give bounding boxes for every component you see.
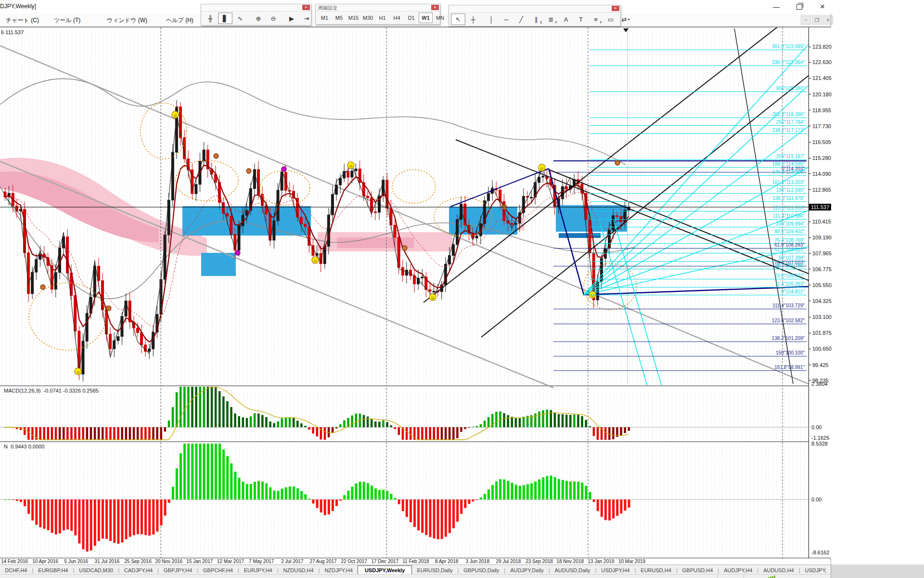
fib-level-line[interactable] xyxy=(553,370,807,371)
fib-level-line[interactable] xyxy=(553,309,807,309)
fib-level-line[interactable] xyxy=(590,295,807,295)
date-tick-label: 27 Aug 2017 xyxy=(309,559,336,564)
price-tick: 112.865 xyxy=(812,187,831,193)
chart-tab-cadjpy-h4[interactable]: CADJPY,H4 xyxy=(119,566,157,575)
fib-level-line[interactable] xyxy=(590,279,807,279)
chart-tab-usdjpy-h4[interactable]: USDJPY,H4 xyxy=(596,566,634,575)
fib-level-line[interactable] xyxy=(590,133,807,134)
chart-tab-usdjpy-weekly[interactable]: USDJPY,Weekly xyxy=(358,565,412,575)
chart-tab-eurgbp-h4[interactable]: EURGBP,H4 xyxy=(33,566,73,575)
chart-tab-audusd-h4[interactable]: AUDUSD,H4 xyxy=(758,566,799,575)
text-label-button[interactable]: T xyxy=(574,13,588,25)
chart-tab-audjpy-h4[interactable]: AUDJPY,H4 xyxy=(719,566,757,575)
period-button-mn[interactable]: MN xyxy=(433,13,447,23)
fib-level-line[interactable] xyxy=(590,219,807,220)
period-toolbar-close-icon[interactable]: × xyxy=(431,5,439,10)
chart-minimize-icon[interactable]: – xyxy=(801,15,811,25)
fib-level-line[interactable] xyxy=(590,227,807,227)
macd-pane-divider[interactable] xyxy=(0,385,831,386)
chart-area: ☺☺☺☺☺☺☺ 361.8"123.589"338.2"122.364"300"… xyxy=(0,27,831,558)
fib-level-line[interactable] xyxy=(553,356,807,356)
chart-tab-usdcad-m30[interactable]: USDCAD,M30 xyxy=(74,566,118,575)
chart-tab-gbpusd-h4[interactable]: GBPUSD,H4 xyxy=(678,566,718,575)
close-icon[interactable]: × xyxy=(817,2,828,12)
chart-tab-gbpchf-h4[interactable]: GBPCHF,H4 xyxy=(198,566,238,575)
fib-level-line[interactable] xyxy=(590,201,807,202)
crosshair-button[interactable]: ┼ xyxy=(466,13,480,25)
arrows-button[interactable]: ⇄▾ xyxy=(618,13,633,25)
fibonacci-retracement-button[interactable]: ≣F xyxy=(544,13,558,25)
chart-toolbar-close-icon[interactable]: × xyxy=(302,5,310,10)
period-button-m1[interactable]: M1 xyxy=(318,13,332,23)
fib-level-label: 250"117.784" xyxy=(747,119,805,125)
zoom-out-button[interactable]: ⊖ xyxy=(266,13,281,24)
fib-level-line[interactable] xyxy=(590,159,807,160)
menu-tools[interactable]: ツール (T) xyxy=(54,16,80,25)
menu-window[interactable]: ウィンドウ (W) xyxy=(107,16,147,25)
fib-level-line[interactable] xyxy=(590,253,807,253)
equidistant-channel-button[interactable]: ∥E xyxy=(529,13,543,25)
zoom-in-button[interactable]: ⊕ xyxy=(251,13,266,24)
vertical-dashed-lines[interactable] xyxy=(161,27,783,558)
chart-tab-audjpy-daily[interactable]: AUDJPY,Daily xyxy=(505,566,549,575)
period-button-h4[interactable]: H4 xyxy=(390,13,404,23)
price-tick: 116.505 xyxy=(812,139,831,145)
candlestick-chart-button[interactable]: ▋ xyxy=(218,13,232,24)
bar-chart-button[interactable]: ╫ xyxy=(203,13,218,24)
trendline-button[interactable]: ╱ xyxy=(514,13,528,25)
draw-toolbar-close-icon[interactable]: × xyxy=(612,6,619,11)
chart-tab-gbpjpy-h4[interactable]: GBPJPY,H4 xyxy=(159,566,197,575)
restore-icon[interactable] xyxy=(794,2,805,12)
chart-shift-button[interactable]: ⇥ xyxy=(299,13,314,24)
period-button-m30[interactable]: M30 xyxy=(361,13,375,23)
fib-level-line[interactable] xyxy=(553,324,807,324)
chart-close-icon[interactable]: × xyxy=(823,15,833,25)
period-toolbar-handle[interactable]: 周期設定 × xyxy=(316,4,440,12)
chart-tab-audusd-daily[interactable]: AUDUSD,Daily xyxy=(550,566,595,575)
fibonacci-fan-button[interactable]: ≡F xyxy=(589,13,603,25)
chart-tab-nzdjpy-h4[interactable]: NZDJPY,H4 xyxy=(320,566,357,575)
period-button-m15[interactable]: M15 xyxy=(346,13,360,23)
chart-restore-icon[interactable]: ❐ xyxy=(812,15,822,25)
fib-level-line[interactable] xyxy=(590,269,807,269)
period-button-w1[interactable]: W1 xyxy=(419,13,433,23)
horizontal-line-button[interactable]: ─ xyxy=(499,13,513,25)
fib-level-line[interactable] xyxy=(590,185,807,186)
rectangle-button[interactable]: ▭ xyxy=(603,13,618,25)
chart-toolbar-handle[interactable]: × xyxy=(201,4,311,12)
period-button-d1[interactable]: D1 xyxy=(404,13,418,23)
fib-level-line[interactable] xyxy=(590,92,807,92)
chart-tab-eurusd-h4[interactable]: EURUSD,H4 xyxy=(636,566,676,575)
period-button-h1[interactable]: H1 xyxy=(375,13,389,23)
chart-tab-nzdusd-h4[interactable]: NZDUSD,H4 xyxy=(279,566,319,575)
chart-tab-eurjpy-h4[interactable]: EURJPY,H4 xyxy=(239,566,277,575)
date-axis[interactable]: 14 Feb 201610 Apr 20165 Jun 201631 Jul 2… xyxy=(0,558,831,565)
menu-chart[interactable]: チャート (C) xyxy=(6,16,39,25)
fib-level-line[interactable] xyxy=(590,50,807,50)
period-button-m5[interactable]: M5 xyxy=(332,13,346,23)
fib-level-line[interactable] xyxy=(590,193,807,194)
fib-level-line[interactable] xyxy=(590,175,807,176)
fib-level-line[interactable] xyxy=(590,235,807,235)
text-button[interactable]: A xyxy=(559,13,573,25)
fib-level-line[interactable] xyxy=(590,66,807,66)
fib-level-line[interactable] xyxy=(553,342,807,342)
fib-level-label: 238.2"117.171" xyxy=(747,128,805,133)
fib-level-line[interactable] xyxy=(590,287,807,288)
price-axis[interactable]: 123.820122.630121.405120.180118.955117.7… xyxy=(808,27,831,558)
minimize-icon[interactable]: — xyxy=(771,2,782,12)
line-chart-button[interactable]: ∿ xyxy=(233,13,247,24)
chart-tab-gbpusd-daily[interactable]: GBPUSD,Daily xyxy=(459,566,504,575)
osc-pane-divider[interactable] xyxy=(0,441,831,442)
chart-tab-dchf-h4[interactable]: DCHF,H4 xyxy=(0,566,32,575)
auto-scroll-button[interactable]: ▶ xyxy=(284,13,299,24)
fib-level-line[interactable] xyxy=(590,125,807,126)
vertical-line-button[interactable]: │ xyxy=(484,13,499,25)
fib-level-line[interactable] xyxy=(590,211,807,211)
cursor-button[interactable]: ↖ xyxy=(451,13,465,25)
menu-help[interactable]: ヘルプ (H) xyxy=(166,16,193,25)
chart-tab-usdjpy-[interactable]: USDJPY, xyxy=(800,566,831,575)
chart-tab-eurusd-daily[interactable]: EURUSD,Daily xyxy=(412,566,457,575)
fib-level-line[interactable] xyxy=(590,118,807,118)
draw-toolbar-handle[interactable]: × xyxy=(449,5,620,13)
